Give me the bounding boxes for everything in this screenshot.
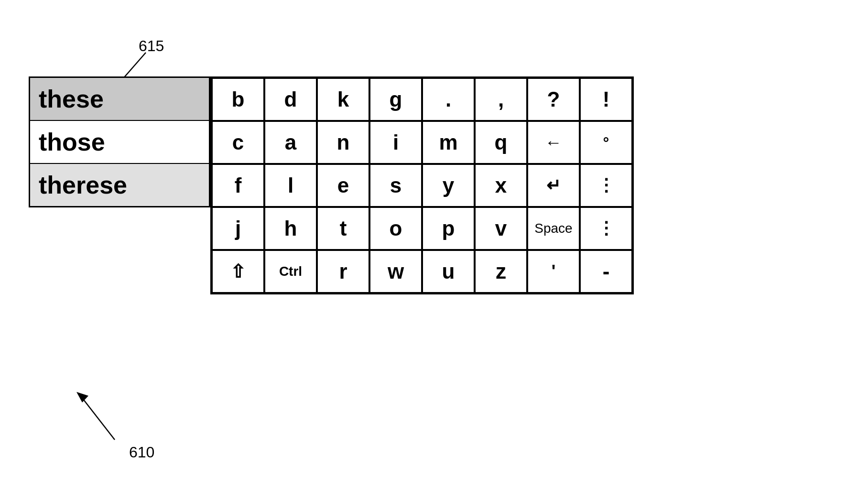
key-c[interactable]: c (212, 121, 264, 164)
key-m[interactable]: m (422, 121, 475, 164)
suggestion-item-therese[interactable]: therese (30, 164, 209, 206)
key-space[interactable]: Space (527, 207, 580, 250)
key-s[interactable]: s (369, 164, 422, 207)
suggestion-item-these[interactable]: these (30, 78, 209, 121)
key-a[interactable]: a (264, 121, 317, 164)
key-p[interactable]: p (422, 207, 475, 250)
key-ctrl[interactable]: Ctrl (264, 250, 317, 293)
key-enter[interactable]: ↵ (527, 164, 580, 207)
key-o[interactable]: o (369, 207, 422, 250)
key-t[interactable]: t (317, 207, 369, 250)
key-g[interactable]: g (369, 78, 422, 121)
suggestion-item-those[interactable]: those (30, 121, 209, 164)
key-e[interactable]: e (317, 164, 369, 207)
key-v[interactable]: v (475, 207, 527, 250)
key-backspace[interactable]: ← (527, 121, 580, 164)
key-q[interactable]: q (475, 121, 527, 164)
key-shift[interactable]: ⇧ (212, 250, 264, 293)
key-apostrophe[interactable]: ' (527, 250, 580, 293)
key-w[interactable]: w (369, 250, 422, 293)
key-u[interactable]: u (422, 250, 475, 293)
key-f[interactable]: f (212, 164, 264, 207)
key-x[interactable]: x (475, 164, 527, 207)
svg-marker-3 (76, 392, 88, 402)
key-hyphen[interactable]: - (580, 250, 632, 293)
key-period1[interactable]: . (422, 78, 475, 121)
key-d[interactable]: d (264, 78, 317, 121)
key-r[interactable]: r (317, 250, 369, 293)
key-i[interactable]: i (369, 121, 422, 164)
key-h[interactable]: h (264, 207, 317, 250)
svg-line-2 (81, 397, 115, 440)
key-period2[interactable]: , (475, 78, 527, 121)
key-colon[interactable]: ⋮ (580, 164, 632, 207)
arrow-610-icon (62, 378, 134, 449)
key-semicolon[interactable]: ⋮ (580, 207, 632, 250)
key-b[interactable]: b (212, 78, 264, 121)
key-l[interactable]: l (264, 164, 317, 207)
key-k[interactable]: k (317, 78, 369, 121)
key-z[interactable]: z (475, 250, 527, 293)
key-exclaim[interactable]: ! (580, 78, 632, 121)
main-container: these those therese b d k g . , ? ! c a … (29, 76, 634, 294)
key-y[interactable]: y (422, 164, 475, 207)
key-question[interactable]: ? (527, 78, 580, 121)
key-j[interactable]: j (212, 207, 264, 250)
suggestion-list: these those therese (29, 76, 210, 207)
key-degree[interactable]: ° (580, 121, 632, 164)
key-n[interactable]: n (317, 121, 369, 164)
keyboard: b d k g . , ? ! c a n i m q ← ° f l e s … (210, 76, 634, 294)
